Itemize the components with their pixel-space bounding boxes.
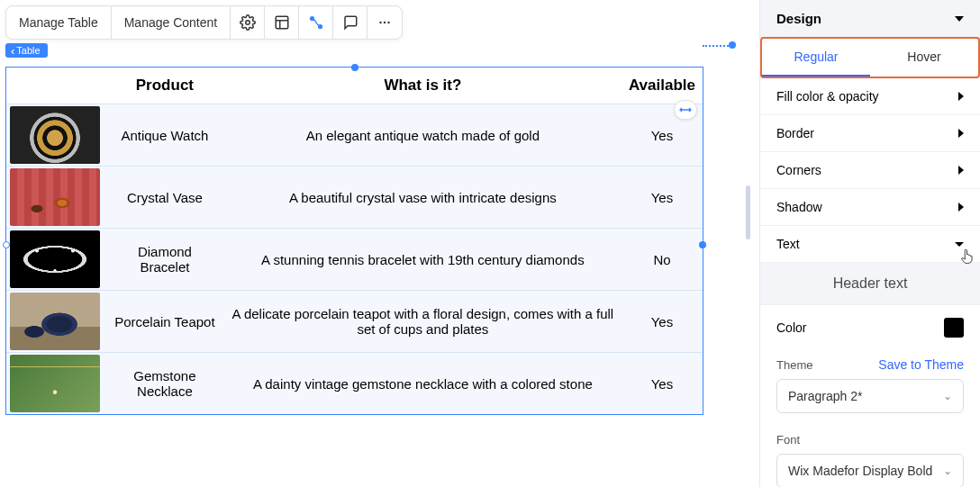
tab-hover[interactable]: Hover bbox=[870, 39, 978, 77]
product-thumbnail bbox=[10, 168, 100, 226]
cell-available[interactable]: No bbox=[622, 229, 703, 291]
row-label: Fill color & opacity bbox=[776, 89, 879, 104]
cell-description[interactable]: An elegant antique watch made of gold bbox=[224, 104, 622, 167]
settings-button[interactable] bbox=[231, 6, 265, 39]
theme-label: Theme bbox=[776, 358, 812, 372]
font-block: Font Wix Madefor Display Bold ⌄ bbox=[760, 426, 980, 487]
svg-point-4 bbox=[310, 17, 313, 21]
table-row[interactable]: Antique Watch An elegant antique watch m… bbox=[6, 104, 703, 167]
layout-icon bbox=[274, 14, 290, 31]
row-border[interactable]: Border bbox=[760, 115, 980, 152]
svg-point-5 bbox=[318, 25, 322, 29]
more-button[interactable] bbox=[368, 6, 402, 39]
cell-product[interactable]: Crystal Vase bbox=[105, 167, 224, 229]
resize-handle-east[interactable] bbox=[699, 241, 706, 248]
gear-icon bbox=[240, 14, 256, 31]
svg-point-7 bbox=[384, 22, 386, 23]
resize-horizontal-icon bbox=[678, 104, 693, 115]
comments-button[interactable] bbox=[333, 6, 368, 39]
cell-available[interactable]: Yes bbox=[622, 167, 703, 229]
svg-point-6 bbox=[380, 22, 382, 23]
tab-regular[interactable]: Regular bbox=[762, 39, 870, 77]
column-resize-handle[interactable] bbox=[674, 100, 697, 120]
header-description[interactable]: What is it? bbox=[224, 68, 622, 104]
svg-point-8 bbox=[388, 22, 390, 23]
product-thumbnail bbox=[10, 293, 100, 350]
manage-content-button[interactable]: Manage Content bbox=[112, 6, 231, 39]
row-label: Corners bbox=[776, 163, 821, 177]
cell-product[interactable]: Gemstone Necklace bbox=[105, 353, 224, 415]
table-row[interactable]: Porcelain Teapot A delicate porcelain te… bbox=[6, 291, 703, 353]
caret-right-icon bbox=[958, 166, 964, 175]
scroll-indicator[interactable] bbox=[746, 185, 750, 239]
cell-available[interactable]: Yes bbox=[622, 291, 703, 353]
layout-button[interactable] bbox=[265, 6, 299, 39]
header-available[interactable]: Available bbox=[622, 68, 703, 104]
color-swatch[interactable] bbox=[944, 318, 964, 338]
snap-guide bbox=[703, 45, 731, 47]
cell-image[interactable] bbox=[6, 104, 105, 167]
cell-product[interactable]: Antique Watch bbox=[105, 104, 224, 167]
theme-value: Paragraph 2* bbox=[788, 389, 863, 403]
cell-image[interactable] bbox=[6, 167, 105, 229]
panel-header-design[interactable]: Design bbox=[760, 0, 980, 38]
table-element[interactable]: Product What is it? Available Antique Wa… bbox=[5, 67, 703, 415]
svg-point-0 bbox=[245, 21, 250, 25]
color-label: Color bbox=[776, 320, 806, 335]
connect-data-button[interactable] bbox=[299, 6, 333, 39]
cursor-pointer-icon bbox=[960, 248, 976, 265]
caret-down-icon bbox=[955, 16, 964, 22]
cell-description[interactable]: A beautiful crystal vase with intricate … bbox=[224, 167, 622, 229]
table-toolbar: Manage Table Manage Content bbox=[5, 5, 403, 40]
caret-right-icon bbox=[958, 129, 964, 138]
cell-description[interactable]: A dainty vintage gemstone necklace with … bbox=[224, 353, 622, 415]
font-label: Font bbox=[776, 433, 800, 446]
row-fill[interactable]: Fill color & opacity bbox=[760, 78, 980, 115]
theme-block: Theme Save to Theme Paragraph 2* ⌄ bbox=[760, 350, 980, 426]
panel-title: Design bbox=[776, 11, 821, 26]
highlighted-tabs: Regular Hover bbox=[760, 37, 980, 78]
caret-right-icon bbox=[958, 203, 964, 212]
data-table: Product What is it? Available Antique Wa… bbox=[6, 68, 703, 414]
product-thumbnail bbox=[10, 230, 100, 288]
row-label: Text bbox=[776, 237, 800, 251]
row-text[interactable]: Text bbox=[760, 226, 980, 263]
cell-product[interactable]: Porcelain Teapot bbox=[105, 291, 224, 353]
cell-image[interactable] bbox=[6, 291, 105, 353]
manage-table-button[interactable]: Manage Table bbox=[6, 6, 112, 39]
cell-image[interactable] bbox=[6, 353, 105, 415]
row-label: Shadow bbox=[776, 200, 822, 214]
cell-image[interactable] bbox=[6, 229, 105, 291]
save-to-theme-link[interactable]: Save to Theme bbox=[878, 357, 964, 372]
table-row[interactable]: Crystal Vase A beautiful crystal vase wi… bbox=[6, 167, 703, 229]
connect-icon bbox=[308, 14, 324, 31]
theme-select[interactable]: Paragraph 2* ⌄ bbox=[776, 379, 964, 413]
header-product[interactable]: Product bbox=[105, 68, 224, 104]
caret-right-icon bbox=[958, 92, 964, 101]
cell-description[interactable]: A delicate porcelain teapot with a flora… bbox=[224, 291, 622, 353]
design-state-tabs: Regular Hover bbox=[762, 39, 978, 77]
row-label: Border bbox=[776, 126, 814, 140]
snap-guide-anchor[interactable] bbox=[729, 41, 736, 49]
font-value: Wix Madefor Display Bold bbox=[788, 464, 932, 478]
resize-handle-north[interactable] bbox=[351, 64, 358, 71]
header-image[interactable] bbox=[6, 68, 105, 104]
row-corners[interactable]: Corners bbox=[760, 152, 980, 189]
font-select[interactable]: Wix Madefor Display Bold ⌄ bbox=[776, 454, 964, 487]
table-header-row: Product What is it? Available bbox=[6, 68, 703, 104]
cell-description[interactable]: A stunning tennis bracelet with 19th cen… bbox=[224, 229, 622, 291]
svg-rect-1 bbox=[276, 16, 288, 29]
color-row: Color bbox=[760, 305, 980, 350]
design-panel: Design Regular Hover Fill color & opacit… bbox=[759, 0, 980, 487]
resize-handle-west[interactable] bbox=[3, 241, 10, 248]
cell-product[interactable]: Diamond Bracelet bbox=[105, 229, 224, 291]
product-thumbnail bbox=[10, 355, 100, 412]
more-icon bbox=[377, 14, 393, 31]
chevron-down-icon: ⌄ bbox=[943, 390, 952, 402]
element-tag[interactable]: Table bbox=[5, 43, 48, 58]
table-row[interactable]: Diamond Bracelet A stunning tennis brace… bbox=[6, 229, 703, 291]
chevron-down-icon: ⌄ bbox=[943, 464, 952, 477]
row-shadow[interactable]: Shadow bbox=[760, 189, 980, 226]
table-row[interactable]: Gemstone Necklace A dainty vintage gemst… bbox=[6, 353, 703, 415]
cell-available[interactable]: Yes bbox=[622, 353, 703, 415]
